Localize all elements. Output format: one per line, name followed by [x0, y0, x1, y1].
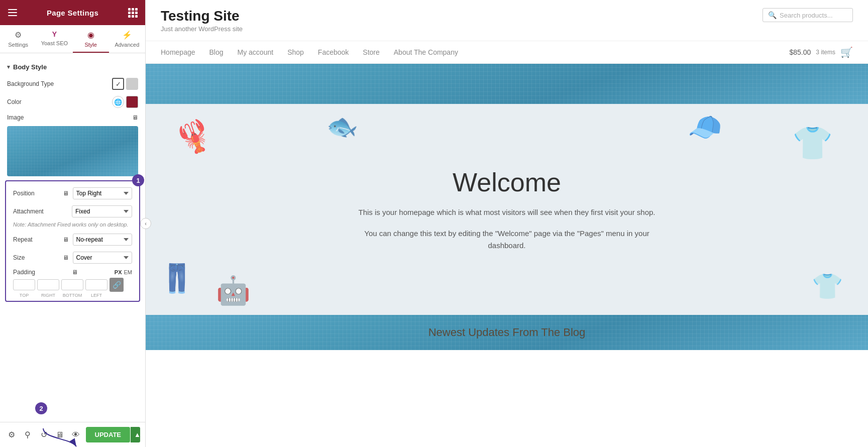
blue-band-top — [146, 64, 868, 104]
position-row: Position 🖥 Top Right Default Top Left To… — [6, 184, 139, 202]
background-type-row: Background Type ✓ — [0, 75, 145, 93]
background-type-swatches: ✓ — [112, 78, 138, 90]
sketch-hat: 🧢 — [688, 111, 722, 144]
panel-content: ▾ Body Style Background Type ✓ Color 🌐 I… — [0, 53, 145, 422]
bottom-settings-icon[interactable]: ⚙ — [5, 428, 18, 442]
search-placeholder: Search products... — [780, 12, 833, 19]
section-collapse-arrow: ▾ — [7, 64, 10, 70]
update-arrow-button[interactable]: ▲ — [131, 427, 140, 442]
hero-area: 🦞 🐟 🧢 👕 👖 🤖 👕 Welcome This is your homep… — [146, 104, 868, 315]
search-icon: 🔍 — [768, 11, 777, 19]
nav-homepage[interactable]: Homepage — [161, 48, 195, 56]
color-label: Color — [7, 98, 108, 105]
tab-advanced[interactable]: ⚡ Advanced — [109, 25, 145, 53]
sketch-robot: 🤖 — [216, 274, 251, 307]
padding-bottom-input[interactable] — [61, 279, 83, 290]
style-icon: ◉ — [87, 30, 94, 40]
padding-label: Padding — [13, 269, 35, 276]
repeat-row: Repeat 🖥 No-repeat Default Repeat Repeat… — [6, 231, 139, 249]
tab-style-label: Style — [84, 42, 96, 48]
tab-yoast-label: Yoast SEO — [41, 40, 68, 46]
advanced-icon: ⚡ — [122, 30, 132, 40]
tab-style[interactable]: ◉ Style — [73, 25, 109, 53]
panel-tabs: ⚙ Settings Y Yoast SEO ◉ Style ⚡ Advance… — [0, 25, 145, 53]
background-type-label: Background Type — [7, 80, 108, 87]
padding-right-input[interactable] — [37, 279, 59, 290]
padding-link-button[interactable]: 🔗 — [110, 278, 124, 292]
size-responsive-icon: 🖥 — [63, 254, 69, 261]
repeat-responsive-icon: 🖥 — [63, 236, 69, 243]
sketch-polo-shirt: 👕 — [792, 124, 833, 162]
nav-blog[interactable]: Blog — [209, 48, 224, 56]
size-select[interactable]: Cover Default Auto Contain — [73, 252, 133, 264]
nav-shop[interactable]: Shop — [287, 48, 304, 56]
px-unit[interactable]: PX — [115, 269, 122, 275]
bg-image-preview[interactable] — [7, 126, 138, 176]
cart-price: $85.00 — [789, 48, 811, 56]
image-row: Image 🖥 — [0, 111, 145, 124]
panel-collapse-handle[interactable]: ‹ — [140, 218, 151, 229]
sketch-fish: 🐟 — [324, 109, 360, 144]
nav-store[interactable]: Store — [363, 48, 379, 56]
bottom-layers-icon[interactable]: ⚲ — [21, 428, 34, 442]
swatch-classic[interactable]: ✓ — [112, 78, 124, 90]
sketch-pants: 👖 — [160, 262, 194, 295]
bottom-preview-icon[interactable]: 👁 — [69, 428, 82, 442]
body-style-label: Body Style — [13, 63, 47, 71]
site-title: Testing Site — [161, 8, 243, 24]
hero-desc: This is your homepage which is what most… — [351, 206, 663, 218]
body-style-section-header[interactable]: ▾ Body Style — [0, 59, 145, 75]
size-label: Size — [13, 254, 59, 261]
nav-facebook[interactable]: Facebook — [318, 48, 349, 56]
padding-sublabels: TOP RIGHT BOTTOM LEFT — [13, 293, 132, 298]
padding-left-input[interactable] — [85, 279, 107, 290]
nav-myaccount[interactable]: My account — [238, 48, 274, 56]
blog-section-title: Newest Updates From The Blog — [428, 326, 586, 339]
color-row: Color 🌐 — [0, 93, 145, 111]
update-wrapper: UPDATE ▲ — [86, 427, 140, 442]
attachment-note: Note: Attachment Fixed works only on des… — [6, 220, 139, 231]
label-top: TOP — [13, 293, 35, 298]
px-em-toggle: PX EM — [115, 269, 132, 275]
repeat-select[interactable]: No-repeat Default Repeat Repeat-x Repeat… — [73, 234, 133, 246]
annotation-badge-1: 1 — [132, 174, 144, 186]
grid-apps-icon[interactable] — [128, 8, 137, 18]
color-swatch-red[interactable] — [126, 96, 138, 108]
cart-count: 3 items — [816, 49, 835, 56]
label-bottom: BOTTOM — [61, 293, 83, 298]
size-row: Size 🖥 Cover Default Auto Contain — [6, 249, 139, 267]
repeat-label: Repeat — [13, 236, 59, 243]
settings-icon: ⚙ — [15, 30, 22, 40]
site-header: Testing Site Just another WordPress site… — [146, 0, 868, 41]
nav-cart: $85.00 3 items 🛒 — [789, 46, 853, 58]
hero-desc2: You can change this text by editing the … — [351, 228, 663, 252]
hamburger-menu-icon[interactable] — [8, 9, 17, 16]
position-responsive-icon: 🖥 — [63, 190, 69, 197]
left-panel: Page Settings ⚙ Settings Y Yoast SEO ◉ S… — [0, 0, 146, 447]
padding-section: Padding 🖥 PX EM 🔗 TOP RIGHT — [6, 267, 139, 298]
tab-settings[interactable]: ⚙ Settings — [0, 25, 36, 53]
search-box[interactable]: 🔍 Search products... — [763, 8, 853, 22]
attachment-select[interactable]: Fixed Default Scroll — [72, 205, 132, 217]
position-select[interactable]: Top Right Default Top Left Top Center Ce… — [73, 187, 133, 199]
color-global-icon[interactable]: 🌐 — [112, 96, 124, 108]
bottom-responsive-icon[interactable]: 🖥 — [53, 428, 66, 442]
bottom-history-icon[interactable]: ↺ — [37, 428, 50, 442]
site-nav: Homepage Blog My account Shop Facebook S… — [146, 41, 868, 64]
nav-about[interactable]: About The Company — [394, 48, 458, 56]
attachment-row: Attachment Fixed Default Scroll — [6, 202, 139, 220]
blue-band-bottom: Newest Updates From The Blog — [146, 315, 868, 350]
swatch-gradient[interactable] — [126, 78, 138, 90]
em-unit[interactable]: EM — [124, 269, 132, 275]
position-label: Position — [13, 190, 59, 197]
site-subtitle: Just another WordPress site — [161, 25, 243, 33]
tab-settings-label: Settings — [8, 42, 28, 48]
cart-icon[interactable]: 🛒 — [840, 46, 853, 58]
padding-top-input[interactable] — [13, 279, 35, 290]
padding-responsive-icon: 🖥 — [72, 269, 78, 276]
tab-yoast-seo[interactable]: Y Yoast SEO — [36, 25, 72, 53]
update-button[interactable]: UPDATE — [86, 427, 130, 442]
image-label: Image — [7, 114, 128, 121]
label-left: LEFT — [85, 293, 107, 298]
image-responsive-icon: 🖥 — [132, 114, 138, 121]
